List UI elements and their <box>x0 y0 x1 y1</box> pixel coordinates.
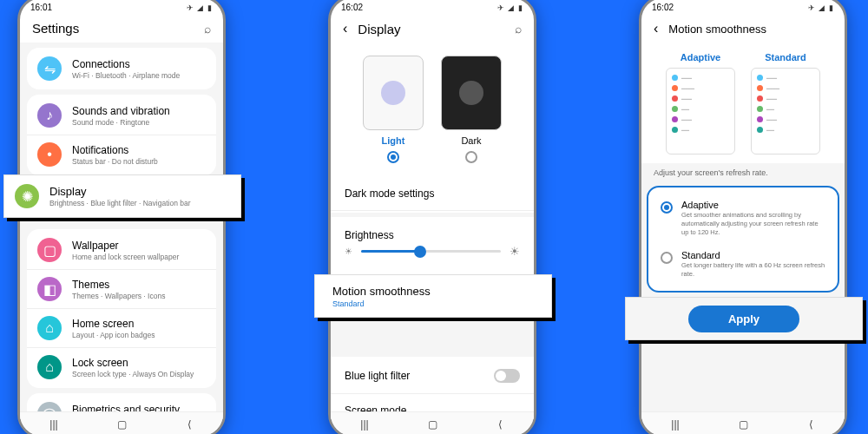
item-display-highlight[interactable]: ✺ DisplayBrightness · Blue light filter … <box>3 174 241 218</box>
status-icons: ✈ ◢ ▮ <box>497 3 523 12</box>
nav-bar: ||| ▢ ⟨ <box>331 411 534 434</box>
page-title: Motion smoothness <box>668 23 832 36</box>
clock: 16:02 <box>341 3 363 12</box>
refresh-rate-options: AdaptiveGet smoother animations and scro… <box>647 186 839 293</box>
dark-radio[interactable] <box>465 151 477 163</box>
apply-button-highlight: Apply <box>625 297 863 340</box>
display-settings[interactable]: Light Dark Dark mode settings Brightness… <box>331 43 534 420</box>
toggle-off[interactable] <box>494 369 520 383</box>
status-bar: 16:02 ✈ ◢ ▮ <box>331 0 534 14</box>
sun-high-icon: ☀ <box>510 245 520 258</box>
dark-preview <box>441 56 502 130</box>
home-button[interactable]: ▢ <box>113 416 130 433</box>
back-icon[interactable]: ‹ <box>343 21 347 36</box>
back-button[interactable]: ⟨ <box>181 416 198 433</box>
wifi-icon: ⇋ <box>37 56 62 81</box>
light-mode-option[interactable]: Light <box>363 56 424 172</box>
adaptive-option[interactable]: AdaptiveGet smoother animations and scro… <box>648 193 838 243</box>
page-title: Display <box>358 22 504 36</box>
dark-mode-settings[interactable]: Dark mode settings <box>331 177 534 211</box>
home-button[interactable]: ▢ <box>424 416 441 433</box>
search-icon[interactable]: ⌕ <box>204 22 211 36</box>
back-button[interactable]: ⟨ <box>491 416 509 433</box>
brightness-slider[interactable]: ☀ ☀ <box>331 245 534 268</box>
status-icons: ✈ ◢ ▮ <box>808 3 834 12</box>
helper-text: Adjust your screen's refresh rate. <box>641 163 845 182</box>
back-button[interactable]: ⟨ <box>802 416 819 433</box>
status-bar: 16:01 ✈ ◢ ▮ <box>20 0 223 14</box>
clock: 16:01 <box>30 3 52 12</box>
home-icon: ⌂ <box>37 316 62 340</box>
item-themes[interactable]: ◧ ThemesThemes · Wallpapers · Icons <box>27 270 216 309</box>
item-connections[interactable]: ⇋ ConnectionsWi-Fi · Bluetooth · Airplan… <box>27 49 216 88</box>
lock-icon: ⌂ <box>37 355 62 379</box>
status-bar: 16:02 ✈ ◢ ▮ <box>641 0 845 14</box>
nav-bar: ||| ▢ ⟨ <box>20 411 223 434</box>
back-icon[interactable]: ‹ <box>654 21 658 36</box>
recent-apps-button[interactable]: ||| <box>45 416 62 433</box>
dark-mode-option[interactable]: Dark <box>441 56 502 172</box>
item-wallpaper[interactable]: ▢ WallpaperHome and lock screen wallpape… <box>27 231 216 270</box>
header: ‹ Motion smoothness <box>641 14 845 43</box>
item-lock-screen[interactable]: ⌂ Lock screenScreen lock type · Always O… <box>27 348 216 386</box>
light-radio[interactable] <box>387 151 399 163</box>
brightness-label: Brightness <box>331 219 534 245</box>
recent-apps-button[interactable]: ||| <box>356 416 373 433</box>
adaptive-radio[interactable] <box>661 201 673 214</box>
blue-light-filter[interactable]: Blue light filter <box>331 358 534 394</box>
item-home-screen[interactable]: ⌂ Home screenLayout · App icon badges <box>27 309 216 348</box>
sound-icon: ♪ <box>37 103 62 128</box>
settings-list[interactable]: ⇋ ConnectionsWi-Fi · Bluetooth · Airplan… <box>20 43 223 419</box>
recent-apps-button[interactable]: ||| <box>667 416 684 433</box>
header: ‹ Display ⌕ <box>331 14 534 43</box>
standard-radio[interactable] <box>661 252 673 264</box>
light-preview <box>363 56 424 130</box>
bell-icon: • <box>37 142 62 167</box>
standard-preview: Standard ━━━━ ━━━━━ ━━━━ ━━━ ━━━━ ━━━ <box>751 52 820 155</box>
phone-motion-smoothness: 16:02 ✈ ◢ ▮ ‹ Motion smoothness Adaptive… <box>639 0 847 434</box>
standard-option[interactable]: StandardGet longer battery life with a 6… <box>648 243 838 286</box>
theme-mode-options: Light Dark <box>331 45 534 177</box>
image-icon: ▢ <box>37 238 62 262</box>
search-icon[interactable]: ⌕ <box>515 22 522 36</box>
apply-button[interactable]: Apply <box>688 306 799 332</box>
themes-icon: ◧ <box>37 277 62 301</box>
motion-settings: Adaptive ━━━━ ━━━━━ ━━━━ ━━━ ━━━━ ━━━ St… <box>641 43 845 420</box>
home-button[interactable]: ▢ <box>734 416 752 433</box>
page-title: Settings <box>32 21 194 36</box>
header: Settings ⌕ <box>20 14 223 43</box>
motion-smoothness-highlight[interactable]: Motion smoothness Standard <box>314 274 552 318</box>
status-icons: ✈ ◢ ▮ <box>187 3 213 12</box>
adaptive-preview: Adaptive ━━━━ ━━━━━ ━━━━ ━━━ ━━━━ ━━━ <box>666 52 735 155</box>
sun-low-icon: ☀ <box>345 247 352 256</box>
clock: 16:02 <box>652 3 674 12</box>
phone-display: 16:02 ✈ ◢ ▮ ‹ Display ⌕ Light Dark Dark … <box>328 0 536 434</box>
item-notifications[interactable]: • NotificationsStatus bar · Do not distu… <box>27 135 216 174</box>
display-icon: ✺ <box>15 184 39 208</box>
item-sounds[interactable]: ♪ Sounds and vibrationSound mode · Ringt… <box>27 96 216 135</box>
nav-bar: ||| ▢ ⟨ <box>641 411 845 434</box>
